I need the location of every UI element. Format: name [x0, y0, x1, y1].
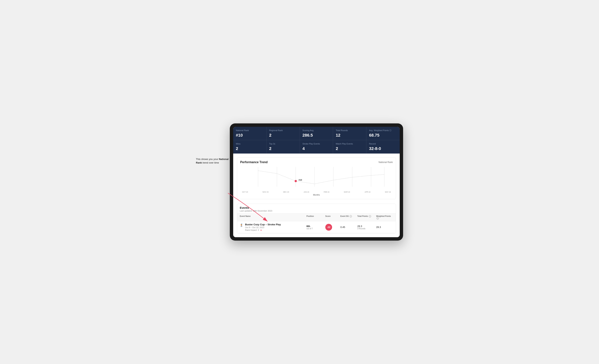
stats-row-2: Wins 2 Top 3s 2 Stroke Play Events 4 Mat…: [233, 140, 400, 153]
position-value: 6th: [307, 225, 325, 228]
stat-label-scoring-avg: Scoring Avg.: [302, 129, 330, 132]
stat-value-wins: 2: [236, 146, 264, 151]
stat-match-play: Match Play Events 2: [333, 140, 366, 153]
event-score-cell: -22: [325, 224, 340, 231]
col-position: Position: [307, 215, 325, 220]
chart-x-label-nov23: NOV 23: [263, 191, 269, 193]
tablet-device: National Rank #10 Regional Rank 2 Scorin…: [230, 124, 403, 241]
stat-value-scoring-avg: 286.5: [302, 133, 330, 138]
stat-total-rounds: Total Rounds 12: [333, 127, 366, 140]
stat-value-national-rank: #10: [236, 133, 264, 138]
stat-label-record: Record: [369, 142, 397, 145]
col-event-sg: Event SG i: [340, 215, 357, 220]
event-details: Buster Cozy Cup – Stroke Play Oct 9 – Oc…: [245, 223, 281, 231]
total-points-sub: 3 Rounds: [357, 228, 376, 230]
outer-wrapper: This shows you your National Rank trend …: [196, 124, 403, 241]
annotation: This shows you your National Rank trend …: [196, 157, 234, 165]
stat-label-match-play: Match Play Events: [336, 142, 363, 145]
chart-x-label-may24: MAY 24: [385, 191, 391, 193]
stat-value-regional-rank: 2: [269, 133, 297, 138]
position-sub: out of 7: [307, 228, 325, 230]
stat-wins: Wins 2: [233, 140, 266, 153]
chevron-down-icon[interactable]: [260, 230, 262, 231]
chart-area: #10: [240, 167, 393, 189]
stat-record: Record 32-8-0: [366, 140, 400, 153]
stat-label-wins: Wins: [236, 142, 264, 145]
info-icon-weighted-points: i: [377, 217, 379, 220]
chart-x-labels: OCT 23 NOV 23 DEC 23 JAN 24 FEB 24 MAR 2…: [240, 191, 393, 193]
col-event-name: Event Name: [240, 215, 307, 220]
content-area: Performance Trend National Rank: [233, 153, 400, 237]
stats-row-1: National Rank #10 Regional Rank 2 Scorin…: [233, 127, 400, 140]
chart-x-label-oct23: OCT 23: [242, 191, 248, 193]
chart-x-label-mar24: MAR 24: [344, 191, 350, 193]
events-table-header: Event Name Position Score Event SG i Tot…: [237, 214, 396, 221]
event-info: 🏌️ Buster Cozy Cup – Stroke Play Oct 9 –…: [240, 223, 307, 231]
stat-value-record: 32-8-0: [369, 146, 397, 151]
chart-x-label-dec23: DEC 23: [283, 191, 289, 193]
stat-avg-weighted-points: Avg. Weighted Points ⓘ 68.75: [366, 127, 400, 140]
events-subtitle: Last updated: 24th November 2023: [240, 210, 393, 212]
annotation-text-before: This shows you your: [196, 158, 219, 160]
weighted-points-value: 28.3: [376, 226, 393, 229]
event-position: 6th out of 7: [307, 225, 325, 230]
chart-x-axis-title: Months: [240, 194, 393, 196]
stat-top3s: Top 3s 2: [266, 140, 300, 153]
stat-value-match-play: 2: [336, 146, 363, 151]
chart-x-label-feb24: FEB 24: [324, 191, 329, 193]
stat-national-rank: National Rank #10: [233, 127, 266, 140]
col-total-points: Total Points i: [357, 215, 376, 220]
stat-value-total-rounds: 12: [336, 133, 363, 138]
events-header: Events Last updated: 24th November 2023: [237, 204, 396, 214]
chart-title: Performance Trend: [240, 160, 268, 164]
stat-regional-rank: Regional Rank 2: [266, 127, 300, 140]
svg-point-9: [295, 180, 297, 182]
col-weighted-points: Weighted Points i: [376, 215, 393, 220]
events-title: Events: [240, 206, 393, 209]
events-section: Events Last updated: 24th November 2023 …: [237, 204, 396, 233]
rank-impact-text: Rank Impact: 3: [245, 229, 259, 231]
score-badge: -22: [325, 224, 332, 231]
chart-label: National Rank: [379, 161, 393, 164]
stat-label-avg-weighted: Avg. Weighted Points ⓘ: [369, 129, 397, 132]
event-rank-impact: Rank Impact: 3: [245, 229, 281, 231]
col-score: Score: [325, 215, 340, 220]
stat-label-total-rounds: Total Rounds: [336, 129, 363, 132]
stat-value-avg-weighted: 68.75: [369, 133, 397, 138]
performance-trend-section: Performance Trend National Rank: [237, 157, 396, 199]
table-row[interactable]: 🏌️ Buster Cozy Cup – Stroke Play Oct 9 –…: [237, 221, 396, 233]
event-golf-icon: 🏌️: [240, 223, 244, 227]
info-icon-event-sg: i: [350, 215, 352, 217]
event-date: Oct 9 – Oct 10, 2023: [245, 226, 281, 229]
stat-label-national-rank: National Rank: [236, 129, 264, 132]
annotation-text-after: trend over time: [202, 161, 219, 164]
chart-svg: #10: [240, 167, 393, 189]
stat-label-regional-rank: Regional Rank: [269, 129, 297, 132]
stat-scoring-avg: Scoring Avg. 286.5: [300, 127, 333, 140]
stat-value-stroke-play: 4: [302, 146, 330, 151]
event-name: Buster Cozy Cup – Stroke Play: [245, 223, 281, 226]
event-sg-value: 0.45: [340, 226, 357, 229]
stat-label-top3s: Top 3s: [269, 142, 297, 145]
total-points-value: 28.3: [357, 225, 376, 228]
svg-text:#10: #10: [299, 179, 302, 181]
chart-header: Performance Trend National Rank: [240, 160, 393, 164]
stat-label-stroke-play: Stroke Play Events: [302, 142, 330, 145]
chart-x-label-jan24: JAN 24: [304, 191, 309, 193]
info-icon-total-points: i: [369, 215, 371, 217]
stat-value-top3s: 2: [269, 146, 297, 151]
tablet-screen: National Rank #10 Regional Rank 2 Scorin…: [233, 127, 400, 237]
chart-x-label-apr24: APR 24: [364, 191, 370, 193]
stat-stroke-play: Stroke Play Events 4: [300, 140, 333, 153]
total-points-cell: 28.3 3 Rounds: [357, 225, 376, 230]
